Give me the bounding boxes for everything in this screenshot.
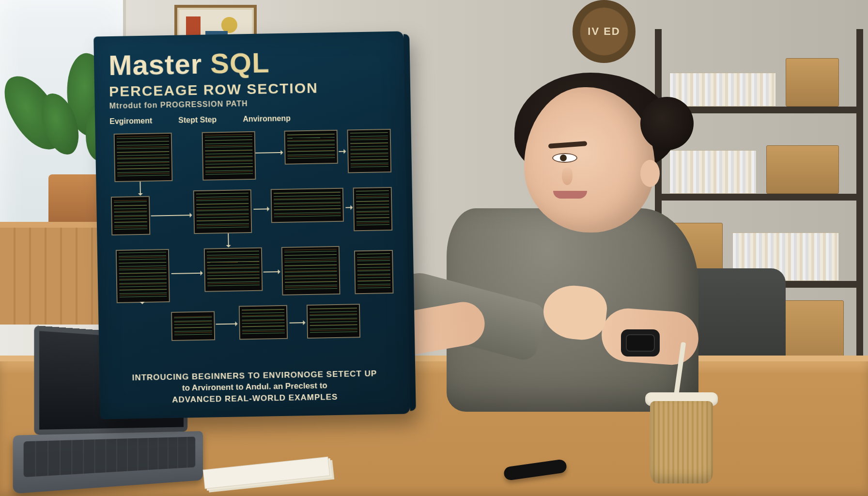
person: [369, 58, 708, 426]
code-thumb: [171, 311, 215, 341]
box-icon: [766, 145, 839, 194]
code-thumb: [354, 250, 394, 294]
book-diagram: [110, 129, 395, 347]
code-thumb: [271, 188, 344, 223]
scene: IV ED: [0, 0, 868, 496]
code-thumb: [193, 189, 252, 234]
book-section-labels: Evgiroment Stept Step Anvironnenp: [109, 112, 390, 126]
code-thumb: [307, 304, 360, 339]
code-thumb: [239, 305, 288, 340]
code-thumb: [281, 246, 341, 295]
code-thumb: [204, 248, 263, 292]
book-blurb: INTROUCING BEGINNERS TO ENVIRONOGE SETEC…: [114, 368, 395, 406]
wall-clock: IV ED: [573, 0, 636, 63]
code-thumb: [114, 133, 173, 182]
book-title-a: Master: [108, 48, 202, 81]
book-subtitle: PERCEAGE ROW SECTION: [109, 78, 390, 100]
book-label-3: Anvironnenp: [243, 114, 291, 124]
book-label-1: Evgiroment: [109, 117, 152, 126]
code-thumb: [284, 130, 338, 165]
book-title: Master SQL: [108, 44, 390, 81]
code-thumb: [347, 129, 392, 173]
box-icon: [786, 58, 839, 107]
book-title-b: SQL: [210, 46, 270, 79]
code-thumb: [353, 187, 393, 231]
clock-text: IV ED: [588, 25, 620, 38]
smartwatch-icon: [621, 329, 660, 356]
book-cover: Master SQL PERCEAGE ROW SECTION Mtrodut …: [93, 31, 410, 419]
coffee-cup: [640, 377, 723, 483]
code-thumb: [116, 249, 170, 303]
code-thumb: [111, 196, 150, 235]
code-thumb: [202, 131, 256, 181]
book-label-2: Stept Step: [178, 115, 217, 124]
